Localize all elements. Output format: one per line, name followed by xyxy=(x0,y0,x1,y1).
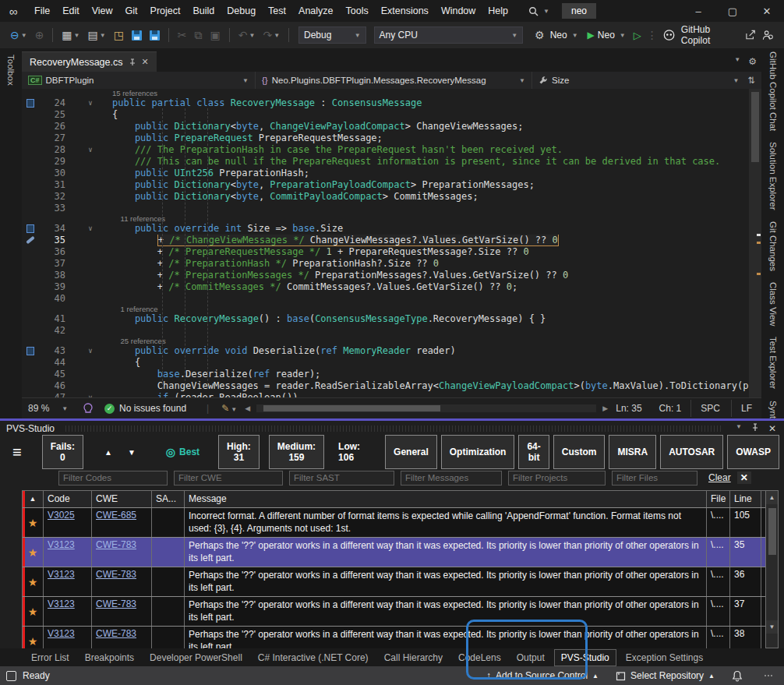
cwe-link[interactable]: CWE-685 xyxy=(96,510,136,521)
zoom-dropdown[interactable]: 89 %▼ xyxy=(22,403,83,414)
editor-vertical-scrollbar[interactable] xyxy=(749,89,761,397)
menu-test[interactable]: Test xyxy=(262,3,292,19)
scroll-up-icon[interactable]: ▲ xyxy=(766,491,778,504)
code-line[interactable]: 36 + /* PrepareRequestMessage */ 1 + Pre… xyxy=(22,246,761,258)
code-line[interactable]: 43∨ public override void Deserialize(ref… xyxy=(22,345,761,357)
code-line[interactable]: 33 xyxy=(22,203,761,214)
rail-tab-test-explorer[interactable]: Test Explorer xyxy=(768,337,778,389)
copy-icon[interactable]: ⧉ xyxy=(192,29,205,42)
medium-filter-button[interactable]: Medium: 159 xyxy=(269,435,324,469)
next-message-button[interactable]: ▼ xyxy=(122,443,141,462)
favorite-star-icon[interactable]: ★ xyxy=(28,635,38,648)
code-line[interactable]: 44 { xyxy=(22,357,761,369)
editor-horizontal-scrollbar[interactable] xyxy=(256,404,596,412)
cwe-link[interactable]: CWE-783 xyxy=(96,569,136,580)
favorite-star-icon[interactable]: ★ xyxy=(28,517,38,529)
scroll-right-icon[interactable]: ▶ xyxy=(602,404,608,412)
filter-input-filter-sast[interactable] xyxy=(289,471,394,486)
select-repository-button[interactable]: Select Repository ▲ xyxy=(616,670,715,681)
rail-tab-class-view[interactable]: Class View xyxy=(768,282,778,327)
message-row[interactable]: ★V3123CWE-783Perhaps the '??' operator w… xyxy=(23,567,778,596)
menu-build[interactable]: Build xyxy=(186,3,221,19)
intellicode-icon[interactable] xyxy=(83,403,94,414)
favorite-star-icon[interactable]: ★ xyxy=(28,576,38,588)
share-icon[interactable] xyxy=(745,30,756,41)
toolbox-tab[interactable]: Toolbox xyxy=(6,55,16,86)
filter-input-filter-codes[interactable] xyxy=(58,471,168,486)
group-filter-64-bit[interactable]: 64-bit xyxy=(518,435,549,469)
panel-tab-c-interactive-net-core-[interactable]: C# Interactive (.NET Core) xyxy=(252,650,375,666)
fold-chevron-icon[interactable]: ∨ xyxy=(69,223,112,235)
code-line[interactable]: 35 + /* ChangeViewMessages */ ChangeView… xyxy=(22,235,761,246)
rail-tab-solution-explorer[interactable]: Solution Explorer xyxy=(768,142,778,210)
cut-icon[interactable]: ✂ xyxy=(175,29,189,41)
menu-analyze[interactable]: Analyze xyxy=(292,3,339,19)
pin-icon[interactable] xyxy=(751,423,759,432)
solution-configuration-dropdown[interactable]: Debug▼ xyxy=(298,26,366,44)
feedback-person-icon[interactable] xyxy=(762,30,773,41)
pvs-panel-title-bar[interactable]: PVS-Studio ▼ ✕ xyxy=(0,421,784,436)
column-indicator[interactable]: Ch: 1 xyxy=(652,403,690,414)
sort-column-header[interactable]: ▲ xyxy=(23,491,44,507)
group-filter-optimization[interactable]: Optimization xyxy=(441,435,515,469)
code-line[interactable]: 37 + /* PreparationHash */ PreparationHa… xyxy=(22,258,761,270)
cwe-column-header[interactable]: CWE xyxy=(92,491,152,507)
group-filter-misra[interactable]: MISRA xyxy=(609,435,656,469)
close-panel-icon[interactable]: ✕ xyxy=(768,423,776,434)
line-column-header[interactable]: Line xyxy=(730,491,761,507)
line-ending-indicator[interactable]: LF xyxy=(731,400,761,417)
diagnostic-code-link[interactable]: V3123 xyxy=(48,569,75,580)
line-indicator[interactable]: Ln: 35 xyxy=(608,403,649,414)
code-line[interactable]: 29 /// This can be null if the PrepareRe… xyxy=(22,156,761,168)
file-column-header[interactable]: File xyxy=(707,491,730,507)
code-line[interactable]: 46 ChangeViewMessages = reader.ReadSeria… xyxy=(22,380,761,392)
paste-icon[interactable]: ▣ xyxy=(208,29,223,41)
filter-input-filter-files[interactable] xyxy=(612,471,697,486)
panel-tab-error-list[interactable]: Error List xyxy=(25,650,76,666)
open-file-icon[interactable]: ◳ xyxy=(111,29,126,41)
favorite-star-icon[interactable]: ★ xyxy=(28,546,38,559)
filter-input-filter-messages[interactable] xyxy=(401,471,502,486)
close-tab-icon[interactable]: ✕ xyxy=(142,57,149,67)
menu-project[interactable]: Project xyxy=(144,3,187,19)
close-button[interactable]: ✕ xyxy=(750,0,784,22)
diagnostic-code-link[interactable]: V3123 xyxy=(48,628,75,639)
close-filters-icon[interactable]: ✕ xyxy=(737,471,751,484)
codelens-references[interactable]: 1 reference xyxy=(22,305,761,313)
message-row[interactable]: ★V3123CWE-783Perhaps the '??' operator w… xyxy=(23,596,778,626)
pvs-menu-icon[interactable]: ≡ xyxy=(8,443,26,461)
resize-grip[interactable] xyxy=(765,675,773,676)
window-position-chevron-icon[interactable]: ▼ xyxy=(736,423,742,434)
code-line[interactable]: 26 public Dictionary<byte, ChangeViewPay… xyxy=(22,121,761,132)
navigate-back-icon[interactable]: ⊖▼ xyxy=(8,29,30,41)
tab-list-chevron-icon[interactable]: ▼ xyxy=(734,56,740,67)
startup-project-label[interactable]: Neo xyxy=(550,30,567,41)
code-line[interactable]: 40 xyxy=(22,293,761,305)
new-file-icon[interactable]: ▤▼ xyxy=(86,29,108,41)
message-row[interactable]: ★V3123CWE-783Perhaps the '??' operator w… xyxy=(23,537,778,567)
spaces-indicator[interactable]: SPC xyxy=(690,400,729,417)
cwe-link[interactable]: CWE-783 xyxy=(96,598,136,609)
code-line[interactable]: 45 base.Deserialize(ref reader); xyxy=(22,369,761,380)
startup-project-gear-icon[interactable]: ⚙ xyxy=(532,29,547,41)
menu-debug[interactable]: Debug xyxy=(221,3,262,19)
code-line[interactable]: 30 public UInt256 PreparationHash; xyxy=(22,168,761,179)
run-target-label[interactable]: Neo xyxy=(598,30,615,41)
menu-tools[interactable]: Tools xyxy=(340,3,375,19)
panel-tab-breakpoints[interactable]: Breakpoints xyxy=(79,650,140,666)
code-editor[interactable]: 15 references24∨public partial class Rec… xyxy=(22,89,761,397)
sast-column-header[interactable]: SA... xyxy=(152,491,185,507)
fold-chevron-icon[interactable]: ∨ xyxy=(69,97,112,109)
code-line[interactable]: 31 public Dictionary<byte, PreparationPa… xyxy=(22,179,761,191)
code-line[interactable]: 42 xyxy=(22,325,761,337)
grid-vertical-scrollbar[interactable]: ▲ ▼ xyxy=(765,490,779,648)
menu-help[interactable]: Help xyxy=(482,3,514,19)
menu-view[interactable]: View xyxy=(86,3,119,19)
menu-window[interactable]: Window xyxy=(435,3,482,19)
code-line[interactable]: 38 + /* PreparationMessages */ Preparati… xyxy=(22,270,761,281)
codelens-references[interactable]: 15 references xyxy=(22,89,761,97)
code-line[interactable]: 25{ xyxy=(22,109,761,121)
search-launcher[interactable]: ▼ xyxy=(528,6,549,16)
search-query-box[interactable]: neo xyxy=(562,3,596,19)
codelens-references[interactable]: 25 references xyxy=(22,337,761,345)
